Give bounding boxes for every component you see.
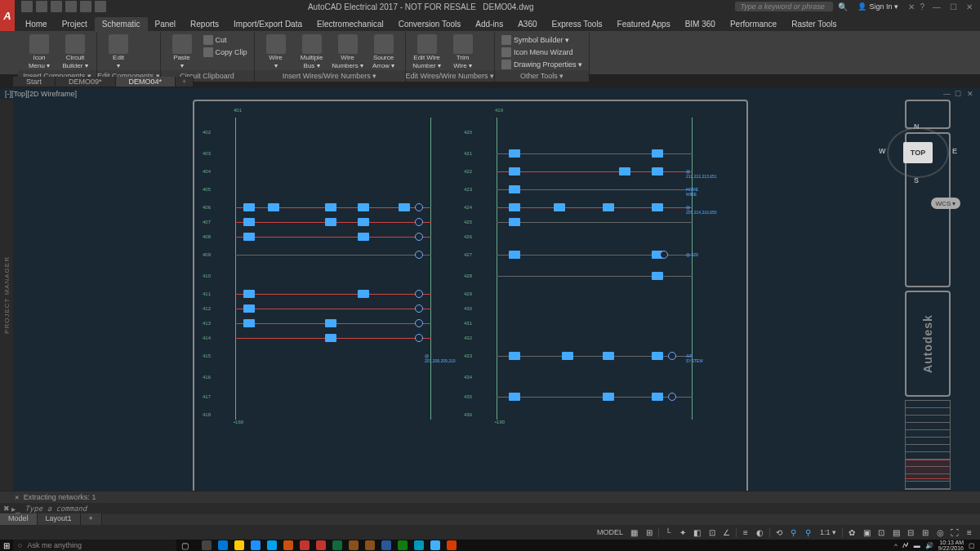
monitor-icon[interactable]: ▣ (861, 527, 872, 538)
annotation-icon[interactable]: ⚲ (788, 527, 800, 538)
schematic-component[interactable] (509, 352, 520, 360)
ribbon-tab-express-tools[interactable]: Express Tools (545, 17, 610, 31)
isodraft-icon[interactable]: ◧ (692, 527, 703, 538)
schematic-component[interactable] (243, 319, 255, 327)
system-clock[interactable]: 10:13 AM9/22/2016 (938, 540, 964, 551)
schematic-coil[interactable] (415, 290, 423, 298)
schematic-component[interactable] (243, 233, 255, 241)
qat-undo-icon[interactable] (65, 1, 77, 12)
taskbar-app[interactable] (330, 540, 345, 551)
schematic-component[interactable] (509, 185, 520, 193)
ribbon-button[interactable]: SourceArrow ▾ (368, 33, 400, 70)
viewport-label[interactable]: [-][Top][2D Wireframe] (5, 90, 77, 98)
lineweight-icon[interactable]: ≡ (740, 527, 751, 538)
schematic-coil[interactable] (668, 352, 676, 360)
taskbar-app[interactable] (412, 540, 426, 551)
taskbar-app[interactable] (314, 540, 328, 551)
status-scale[interactable]: 1:1 ▾ (817, 528, 839, 536)
qat-save-icon[interactable] (51, 1, 62, 12)
schematic-component[interactable] (243, 218, 255, 226)
wire-rung[interactable] (235, 294, 431, 295)
schematic-component[interactable] (243, 304, 255, 313)
ribbon-tab-raster-tools[interactable]: Raster Tools (784, 17, 844, 31)
snap-icon[interactable]: ⊞ (644, 527, 655, 538)
document-tab[interactable]: DEMO04* (116, 77, 176, 87)
schematic-coil[interactable] (415, 319, 423, 327)
schematic-component[interactable] (325, 319, 336, 327)
wire-rung[interactable] (235, 309, 431, 309)
quickprops-icon[interactable]: ▤ (890, 527, 902, 538)
ribbon-button[interactable]: MultipleBus ▾ (296, 33, 328, 70)
ribbon-button-small[interactable]: Cut (202, 34, 249, 46)
infocenter-search-icon[interactable]: 🔍 (838, 2, 848, 11)
wire-rung[interactable] (497, 397, 693, 398)
app-logo[interactable]: A (0, 0, 15, 31)
lock-icon[interactable]: ⊟ (905, 527, 916, 538)
schematic-coil[interactable] (415, 334, 423, 342)
ribbon-button[interactable]: TrimWire ▾ (447, 33, 479, 70)
taskview-icon[interactable]: ▢ (176, 541, 193, 550)
ortho-icon[interactable]: └ (662, 527, 674, 538)
taskbar-app[interactable] (281, 540, 296, 551)
status-model[interactable]: MODEL (595, 528, 626, 536)
cycling-icon[interactable]: ⟲ (773, 527, 785, 538)
viewcube-east[interactable]: E (952, 147, 957, 155)
wcs-dropdown[interactable]: WCS ▾ (931, 198, 960, 209)
wire-rung[interactable] (497, 276, 693, 277)
maximize-button[interactable]: ☐ (946, 2, 960, 11)
schematic-component[interactable] (652, 149, 663, 158)
layout-tab[interactable]: Model (0, 513, 38, 525)
tray-power-icon[interactable]: 🗲 (902, 542, 909, 549)
viewcube[interactable]: TOP N S E W (879, 124, 960, 189)
command-tools-icon[interactable]: ✖ (3, 504, 10, 513)
taskbar-app[interactable] (216, 540, 230, 551)
project-manager-tab[interactable]: PROJECT MANAGER (0, 100, 13, 491)
schematic-component[interactable] (603, 393, 614, 401)
schematic-component[interactable] (509, 251, 520, 259)
wire-rung[interactable] (497, 189, 693, 190)
ribbon-button-small[interactable]: Symbol Builder ▾ (500, 34, 584, 46)
schematic-component[interactable] (243, 290, 255, 298)
schematic-component[interactable] (399, 203, 410, 211)
schematic-component[interactable] (325, 203, 336, 211)
new-document-tab[interactable]: + (176, 77, 194, 87)
ribbon-tab-performance[interactable]: Performance (723, 17, 784, 31)
schematic-component[interactable] (619, 167, 630, 176)
taskbar-app[interactable] (379, 540, 394, 551)
ribbon-button[interactable]: Wire▾ (260, 33, 292, 70)
ribbon-button[interactable]: Edit WireNumber ▾ (411, 33, 443, 70)
ribbon-button-small[interactable]: Copy Clip (202, 47, 249, 58)
new-layout-tab[interactable]: + (81, 513, 102, 525)
tray-network-icon[interactable]: ▬ (914, 542, 920, 549)
ribbon-tab-electromechanical[interactable]: Electromechanical (310, 17, 391, 31)
help-search-input[interactable]: Type a keyword or phrase (735, 2, 833, 11)
vp-maximize-icon[interactable]: ☐ (955, 90, 963, 98)
taskbar-app[interactable] (346, 540, 361, 551)
viewcube-north[interactable]: N (914, 122, 920, 131)
schematic-component[interactable] (509, 218, 520, 226)
qat-redo-icon[interactable] (80, 1, 91, 12)
taskbar-app[interactable] (199, 540, 214, 551)
taskbar-app[interactable] (297, 540, 312, 551)
ribbon-tab-panel[interactable]: Panel (148, 17, 184, 31)
schematic-component[interactable] (358, 233, 369, 241)
viewcube-face[interactable]: TOP (903, 142, 933, 163)
close-button[interactable]: ✕ (962, 2, 977, 11)
schematic-component[interactable] (325, 218, 336, 226)
ribbon-tab-add-ins[interactable]: Add-ins (468, 17, 510, 31)
schematic-component[interactable] (562, 352, 573, 360)
taskbar-app[interactable] (232, 540, 247, 551)
qat-plot-icon[interactable] (95, 1, 106, 12)
schematic-component[interactable] (652, 352, 663, 360)
tray-volume-icon[interactable]: 🔊 (925, 542, 933, 549)
ribbon-panel-title[interactable]: Edit Wires/Wire Numbers ▾ (406, 70, 495, 82)
ribbon-tab-conversion-tools[interactable]: Conversion Tools (391, 17, 469, 31)
osnap-icon[interactable]: ⊡ (706, 527, 718, 538)
wire-rung[interactable] (497, 207, 693, 208)
schematic-component[interactable] (358, 203, 369, 211)
hardware-icon[interactable]: ⊞ (920, 527, 931, 538)
schematic-component[interactable] (652, 167, 663, 176)
wire-rung[interactable] (235, 237, 431, 238)
ribbon-button[interactable]: WireNumbers ▾ (332, 33, 364, 70)
wire-rung[interactable] (497, 356, 693, 357)
